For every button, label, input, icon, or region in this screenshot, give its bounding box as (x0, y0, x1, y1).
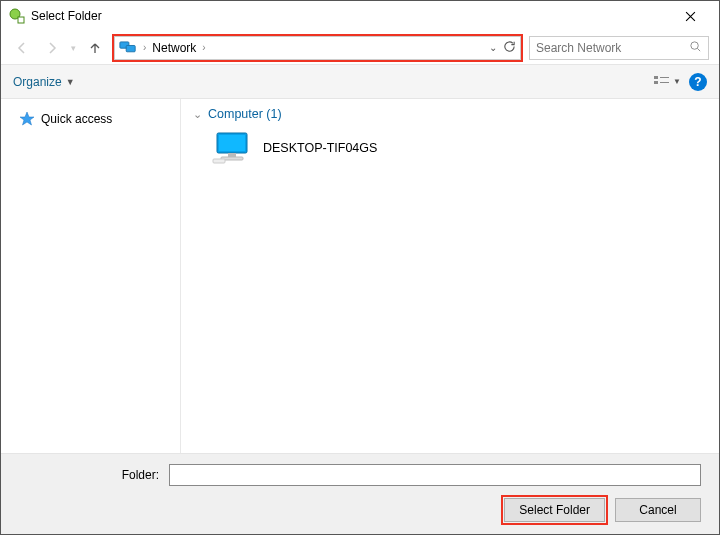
refresh-button[interactable] (503, 40, 516, 56)
button-row: Select Folder Cancel (19, 498, 701, 522)
computer-item[interactable]: DESKTOP-TIF04GS (193, 127, 707, 169)
svg-rect-6 (660, 77, 669, 78)
help-button[interactable]: ? (689, 73, 707, 91)
network-icon (119, 41, 137, 55)
view-options-button[interactable]: ▼ (653, 71, 681, 93)
address-dropdown-icon[interactable]: ⌄ (489, 42, 497, 53)
search-box[interactable] (529, 36, 709, 60)
folder-input[interactable] (169, 464, 701, 486)
button-label: Cancel (639, 503, 676, 517)
chevron-down-icon: ⌄ (193, 108, 202, 121)
navigation-row: ▾ › Network › ⌄ (1, 31, 719, 65)
command-bar: Organize ▼ ▼ ? (1, 65, 719, 99)
svg-rect-1 (18, 17, 24, 23)
recent-dropdown-icon[interactable]: ▾ (71, 43, 76, 53)
chevron-right-icon: › (143, 42, 146, 53)
up-button[interactable] (84, 37, 106, 59)
svg-rect-3 (126, 45, 135, 51)
svg-rect-10 (219, 135, 245, 151)
folder-row: Folder: (19, 464, 701, 486)
titlebar: Select Folder (1, 1, 719, 31)
star-icon (19, 111, 35, 127)
chevron-right-icon: › (202, 42, 205, 53)
organize-label: Organize (13, 75, 62, 89)
group-header-computer[interactable]: ⌄ Computer (1) (193, 107, 707, 121)
search-input[interactable] (536, 41, 689, 55)
item-label: DESKTOP-TIF04GS (263, 141, 377, 155)
main-area: Quick access ⌄ Computer (1) DESKT (1, 99, 719, 453)
back-button[interactable] (11, 37, 33, 59)
organize-menu[interactable]: Organize ▼ (13, 75, 75, 89)
chevron-down-icon: ▼ (673, 77, 681, 86)
folder-field-label: Folder: (19, 468, 159, 482)
sidebar-item-quick-access[interactable]: Quick access (9, 109, 172, 129)
content-pane[interactable]: ⌄ Computer (1) DESKTOP-TIF04GS (181, 99, 719, 453)
navigation-pane: Quick access (1, 99, 181, 453)
group-label: Computer (1) (208, 107, 282, 121)
computer-icon (211, 131, 253, 165)
close-button[interactable] (668, 1, 713, 31)
search-icon (689, 40, 702, 56)
svg-rect-13 (213, 159, 225, 163)
help-glyph: ? (694, 75, 701, 89)
sidebar-item-label: Quick access (41, 112, 112, 126)
select-folder-button[interactable]: Select Folder (504, 498, 605, 522)
select-folder-dialog: Select Folder ▾ › Network › ⌄ (0, 0, 720, 535)
chevron-down-icon: ▼ (66, 77, 75, 87)
address-bar[interactable]: › Network › ⌄ (114, 36, 521, 60)
app-icon (9, 8, 25, 24)
svg-rect-5 (654, 76, 658, 79)
bottom-panel: Folder: Select Folder Cancel (1, 453, 719, 534)
breadcrumb-network[interactable]: Network (152, 41, 196, 55)
cancel-button[interactable]: Cancel (615, 498, 701, 522)
button-label: Select Folder (519, 503, 590, 517)
svg-rect-7 (654, 81, 658, 84)
forward-button[interactable] (41, 37, 63, 59)
svg-rect-11 (228, 153, 236, 157)
window-title: Select Folder (31, 9, 668, 23)
svg-rect-8 (660, 82, 669, 83)
svg-point-4 (691, 41, 698, 48)
